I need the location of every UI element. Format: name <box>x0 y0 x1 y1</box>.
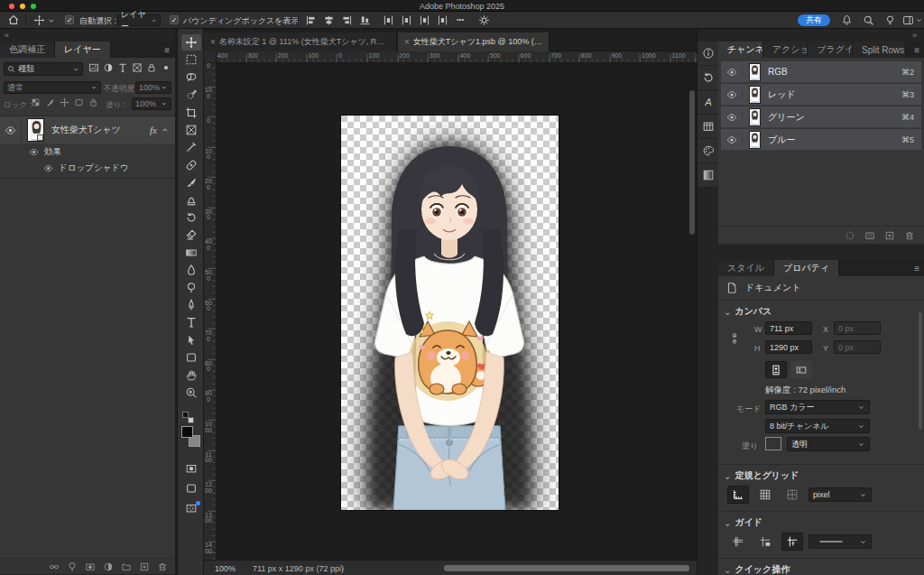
foreground-color-swatch[interactable] <box>181 426 193 438</box>
close-tab-icon[interactable]: × <box>210 37 216 47</box>
auto-select-checkbox[interactable]: ✓ <box>65 15 74 24</box>
tab-スタイル[interactable]: スタイル <box>718 260 774 276</box>
type-tool[interactable] <box>181 314 201 330</box>
load-selection-icon[interactable] <box>845 230 855 241</box>
frame-tool[interactable] <box>181 122 201 138</box>
shape-filter-icon[interactable] <box>132 62 143 73</box>
lock-guides-button[interactable] <box>754 533 776 551</box>
channel-visibility-toggle[interactable] <box>721 89 743 100</box>
adjustment-layer-icon[interactable] <box>103 561 114 572</box>
width-input[interactable]: 711 px <box>765 321 812 335</box>
delete-channel-icon[interactable] <box>904 230 915 241</box>
eraser-tool[interactable] <box>181 227 201 243</box>
zoom-level[interactable]: 100% <box>215 564 236 573</box>
bit-depth-dropdown[interactable]: 8 bit/チャンネル <box>765 419 870 433</box>
blur-tool[interactable] <box>181 262 201 278</box>
layer-thumbnail[interactable] <box>27 118 44 142</box>
effects-row[interactable]: 効果 <box>0 144 175 160</box>
home-button[interactable] <box>7 14 20 26</box>
canvas-section-header[interactable]: ⌄カンバス <box>724 305 772 318</box>
healing-brush-tool[interactable] <box>181 157 201 173</box>
pixel-grid-toggle-button[interactable] <box>781 486 803 504</box>
rulers-toggle-button[interactable] <box>727 486 749 504</box>
move-tool-option-icon[interactable] <box>33 14 45 26</box>
shape-tool[interactable] <box>181 349 201 366</box>
distribute-left-icon[interactable] <box>383 14 394 26</box>
blend-mode-dropdown[interactable]: 通常 <box>4 81 101 94</box>
quick-selection-tool[interactable] <box>181 87 201 103</box>
workspace-icon[interactable] <box>902 14 914 26</box>
brush-tool[interactable] <box>181 174 201 190</box>
lock-all-icon[interactable] <box>88 97 98 107</box>
new-layer-icon[interactable] <box>139 561 150 572</box>
align-left-icon[interactable] <box>305 14 317 26</box>
save-selection-icon[interactable] <box>864 230 875 241</box>
panel-menu-icon[interactable]: ≡ <box>164 42 175 58</box>
channel-row-RGB[interactable]: RGB⌘2 <box>721 61 921 83</box>
link-layers-icon[interactable] <box>49 561 60 572</box>
attribute-filter-icon[interactable] <box>161 62 171 73</box>
gear-icon[interactable] <box>478 14 490 26</box>
more-options-icon[interactable]: ••• <box>457 15 464 23</box>
canvas-artwork[interactable] <box>341 116 559 510</box>
channel-visibility-toggle[interactable] <box>721 67 743 78</box>
layer-mask-icon[interactable] <box>85 561 96 572</box>
tab-Split Rows Pan[interactable]: Split Rows Pan <box>853 42 906 58</box>
color-panel-icon[interactable] <box>698 139 719 163</box>
align-center-h-icon[interactable] <box>323 14 335 26</box>
type-filter-icon[interactable] <box>117 62 128 73</box>
ruler-units-dropdown[interactable]: pixel <box>808 487 872 502</box>
history-panel-icon[interactable] <box>698 66 719 90</box>
move-tool-dropdown-icon[interactable] <box>47 16 56 25</box>
opacity-dropdown[interactable]: 100% <box>135 81 171 94</box>
distribute-right-icon[interactable] <box>437 14 448 26</box>
delete-layer-icon[interactable] <box>157 561 168 572</box>
lock-transparent-icon[interactable] <box>31 97 41 107</box>
close-tab-icon[interactable]: × <box>404 37 410 47</box>
adjustment-filter-icon[interactable] <box>103 62 114 73</box>
guide-style-dropdown[interactable] <box>808 534 872 549</box>
drop-shadow-visibility-toggle[interactable] <box>42 163 54 173</box>
quick-actions-section-header[interactable]: ⌄クイック操作 <box>724 563 790 575</box>
canvas-fill-dropdown[interactable]: 透明 <box>787 437 870 451</box>
lock-paint-icon[interactable] <box>45 97 55 107</box>
portrait-orientation-button[interactable] <box>765 361 787 378</box>
horizontal-ruler[interactable]: 4003002001000100200300400500600700800900… <box>217 51 697 63</box>
move-guides-button[interactable] <box>781 533 803 551</box>
quick-mask-button[interactable] <box>181 460 201 477</box>
auto-select-dropdown[interactable]: レイヤー <box>117 14 161 26</box>
tab-アクション[interactable]: アクション <box>763 42 808 58</box>
dodge-tool[interactable] <box>181 280 201 296</box>
guides-toggle-button[interactable] <box>727 533 749 551</box>
rulers-grid-section-header[interactable]: ⌄定規とグリッド <box>724 469 799 482</box>
fill-dropdown[interactable]: 100% <box>132 97 171 110</box>
link-dimensions-icon[interactable] <box>729 329 740 348</box>
gradient-tool[interactable] <box>181 245 201 261</box>
libraries-panel-icon[interactable] <box>698 115 719 139</box>
collapse-panel-icon[interactable]: » <box>912 31 917 40</box>
crop-tool[interactable] <box>181 105 201 121</box>
eyedropper-tool[interactable] <box>181 139 201 155</box>
panel-scrollbar[interactable] <box>919 312 922 430</box>
height-input[interactable]: 1290 px <box>765 340 812 354</box>
drop-shadow-row[interactable]: ドロップシャドウ <box>0 160 175 176</box>
ruler-corner[interactable] <box>204 51 217 63</box>
horizontal-scrollbar[interactable] <box>444 565 689 571</box>
screen-mode-button[interactable] <box>181 480 201 496</box>
canvas-fill-swatch[interactable] <box>765 437 781 450</box>
smart-object-filter-icon[interactable] <box>146 62 157 73</box>
marquee-tool[interactable] <box>181 51 201 68</box>
default-colors-icon[interactable] <box>182 412 195 424</box>
bulb-icon[interactable] <box>884 14 896 26</box>
layer-name[interactable]: 女性柴犬Tシャツ <box>51 124 121 136</box>
zoom-tool[interactable] <box>181 385 201 401</box>
layer-filter-dropdown[interactable]: 種類 <box>4 62 83 76</box>
distribute-center-icon[interactable] <box>401 14 412 26</box>
move-tool[interactable] <box>181 34 201 51</box>
collapse-effects-icon[interactable] <box>161 125 170 134</box>
hand-tool[interactable] <box>181 367 201 384</box>
landscape-orientation-button[interactable] <box>790 361 812 378</box>
tab-チャンネル[interactable]: チャンネル <box>718 42 763 58</box>
clone-stamp-tool[interactable] <box>181 192 201 209</box>
channel-visibility-toggle[interactable] <box>721 112 743 123</box>
